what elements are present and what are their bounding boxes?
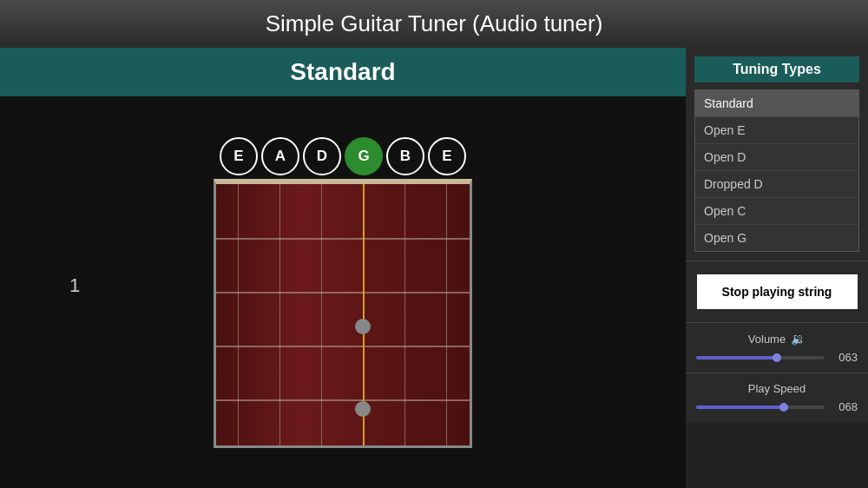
fretboard bbox=[214, 179, 472, 448]
tuning-list: StandardOpen EOpen DDropped DOpen COpen … bbox=[694, 89, 859, 252]
string-button-A-1[interactable]: A bbox=[261, 137, 299, 175]
playspeed-label-row: Play Speed bbox=[696, 382, 858, 395]
fret-line bbox=[216, 292, 470, 293]
playspeed-label: Play Speed bbox=[748, 382, 806, 395]
string-line-6 bbox=[446, 184, 447, 445]
playspeed-slider-fill bbox=[696, 406, 784, 409]
string-line-5 bbox=[404, 184, 405, 445]
app-title: Simple Guitar Tuner (Audio tuner) bbox=[266, 10, 603, 37]
volume-slider-thumb bbox=[773, 353, 781, 362]
app-title-bar: Simple Guitar Tuner (Audio tuner) bbox=[0, 0, 868, 48]
fret-line bbox=[216, 238, 470, 240]
main-content: Standard 1 EADGBE bbox=[0, 48, 868, 488]
guitar-area: 1 EADGBE bbox=[0, 96, 686, 488]
playspeed-value: 068 bbox=[832, 400, 858, 413]
fret-line bbox=[216, 399, 470, 401]
volume-section: Volume 🔉 063 bbox=[686, 322, 868, 373]
center-panel: Standard 1 EADGBE bbox=[0, 48, 686, 488]
playspeed-slider-row: 068 bbox=[696, 400, 858, 413]
volume-label-row: Volume 🔉 bbox=[696, 332, 858, 346]
playspeed-slider-track[interactable] bbox=[696, 406, 825, 409]
playspeed-slider-thumb bbox=[779, 403, 788, 412]
string-button-G-3[interactable]: G bbox=[345, 137, 383, 175]
playspeed-section: Play Speed 068 bbox=[686, 373, 868, 422]
volume-value: 063 bbox=[832, 351, 858, 364]
tuning-item-dropped-d[interactable]: Dropped D bbox=[695, 171, 858, 198]
tuning-header: Standard bbox=[0, 48, 686, 96]
fretboard-container: EADGBE bbox=[214, 137, 472, 448]
string-button-E-0[interactable]: E bbox=[220, 137, 258, 175]
tuning-item-standard[interactable]: Standard bbox=[695, 90, 858, 117]
string-line-3 bbox=[321, 184, 322, 445]
tuning-item-open-e[interactable]: Open E bbox=[695, 117, 858, 144]
tuning-item-open-c[interactable]: Open C bbox=[695, 198, 858, 225]
volume-label: Volume bbox=[748, 333, 786, 346]
speaker-icon: 🔉 bbox=[791, 332, 806, 346]
stop-button-section: Stop playing string bbox=[686, 260, 868, 322]
string-button-D-2[interactable]: D bbox=[303, 137, 341, 175]
string-button-E-5[interactable]: E bbox=[428, 137, 466, 175]
volume-slider-track[interactable] bbox=[696, 356, 825, 359]
tuning-item-open-g[interactable]: Open G bbox=[695, 225, 858, 251]
string-line-1 bbox=[238, 184, 239, 445]
fret-line bbox=[216, 346, 470, 347]
stop-playing-button[interactable]: Stop playing string bbox=[697, 274, 858, 309]
fret-dot-1 bbox=[355, 319, 371, 334]
right-panel: Tuning Types StandardOpen EOpen DDropped… bbox=[686, 48, 868, 488]
volume-slider-fill bbox=[696, 356, 777, 359]
fret-dot-2 bbox=[355, 401, 371, 417]
string-button-B-4[interactable]: B bbox=[386, 137, 424, 175]
string-buttons: EADGBE bbox=[220, 137, 466, 175]
tuning-item-open-d[interactable]: Open D bbox=[695, 144, 858, 171]
tuning-types-title: Tuning Types bbox=[694, 56, 859, 82]
tuning-types-section: Tuning Types StandardOpen EOpen DDropped… bbox=[686, 48, 868, 260]
fret-number: 1 bbox=[69, 274, 80, 297]
string-line-2 bbox=[279, 184, 280, 445]
volume-slider-row: 063 bbox=[696, 351, 858, 364]
